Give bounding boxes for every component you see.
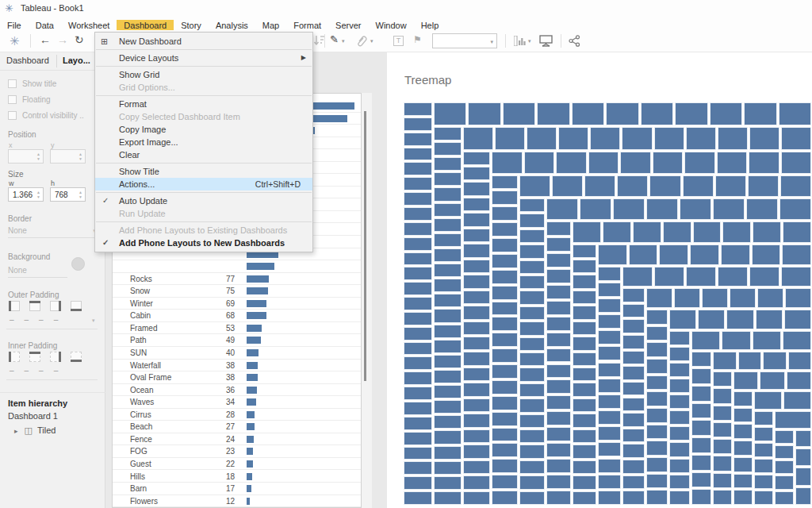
treemap-cell[interactable] <box>669 394 690 409</box>
treemap-cell[interactable] <box>492 206 518 221</box>
treemap-cell[interactable] <box>492 443 518 457</box>
bar[interactable] <box>247 263 274 270</box>
treemap-cell[interactable] <box>713 456 732 471</box>
treemap-cell[interactable] <box>519 460 545 474</box>
bar[interactable] <box>247 287 268 294</box>
bar[interactable] <box>247 398 256 406</box>
treemap-cell[interactable] <box>669 379 690 393</box>
checkbox-floating[interactable]: Floating <box>8 92 51 103</box>
treemap-cell[interactable] <box>463 306 490 319</box>
treemap-cell[interactable] <box>573 291 596 304</box>
treemap-cell[interactable] <box>492 412 518 426</box>
treemap-cell[interactable] <box>546 395 571 410</box>
scrollbar-thumb[interactable] <box>364 111 366 381</box>
treemap-cell[interactable] <box>463 383 490 396</box>
treemap-cell[interactable] <box>754 427 773 441</box>
show-me-caret-icon[interactable]: ▾ <box>528 38 531 44</box>
treemap-cell[interactable] <box>404 297 432 310</box>
treemap-cell[interactable] <box>641 102 673 125</box>
treemap-cell[interactable] <box>573 306 596 319</box>
treemap-cell[interactable] <box>573 429 596 443</box>
treemap-cell[interactable] <box>434 355 462 368</box>
treemap-cell[interactable] <box>669 442 690 456</box>
treemap-cell[interactable] <box>463 475 490 489</box>
treemap-cell[interactable] <box>492 380 518 394</box>
treemap-cell[interactable] <box>691 472 711 488</box>
treemap-cell[interactable] <box>463 291 490 304</box>
treemap-cell[interactable] <box>733 490 753 505</box>
treemap-cell[interactable] <box>691 368 711 384</box>
treemap-cell[interactable] <box>754 391 782 410</box>
treemap-cell[interactable] <box>646 391 668 406</box>
menu-item-show-grid[interactable]: Show Grid <box>95 68 312 81</box>
treemap-cell[interactable] <box>622 382 645 396</box>
size-w-stepper[interactable]: 1.366 ▲▼ <box>8 187 44 202</box>
treemap-cell[interactable] <box>404 222 432 236</box>
treemap-cell[interactable] <box>573 275 596 288</box>
treemap-cell[interactable] <box>675 102 707 125</box>
treemap-cell[interactable] <box>492 270 518 284</box>
treemap-cell[interactable] <box>598 426 621 441</box>
treemap-cell[interactable] <box>573 414 596 427</box>
treemap-cell[interactable] <box>733 457 753 472</box>
treemap-cell[interactable] <box>463 352 490 365</box>
treemap-cell[interactable] <box>463 398 490 412</box>
treemap-cell[interactable] <box>717 152 748 174</box>
treemap-cell[interactable] <box>404 207 432 221</box>
treemap-cell[interactable] <box>680 198 711 220</box>
treemap-cell[interactable] <box>693 221 722 243</box>
treemap-cell[interactable] <box>463 368 490 381</box>
treemap-cell[interactable] <box>606 102 638 125</box>
treemap-cell[interactable] <box>463 213 490 226</box>
treemap-cell[interactable] <box>653 152 684 174</box>
replay-icon[interactable]: ↻ <box>75 33 84 46</box>
tab-dashboard[interactable]: Dashboard <box>6 56 49 65</box>
treemap-cell[interactable] <box>748 175 779 198</box>
treemap-cell[interactable] <box>754 491 773 505</box>
treemap-cell[interactable] <box>404 371 432 385</box>
treemap-cell[interactable] <box>686 127 716 150</box>
treemap-cell[interactable] <box>781 267 811 287</box>
treemap-cell[interactable] <box>573 221 601 243</box>
treemap-cell[interactable] <box>404 461 432 475</box>
checkbox-show-title[interactable]: Show title <box>8 76 56 87</box>
treemap-cell[interactable] <box>463 260 490 273</box>
treemap-cell[interactable] <box>691 455 711 471</box>
treemap-cell[interactable] <box>669 347 690 361</box>
treemap-cell[interactable] <box>434 264 462 277</box>
treemap-cell[interactable] <box>404 476 432 490</box>
treemap-cell[interactable] <box>573 352 596 366</box>
inner-padding-left-icon[interactable] <box>9 352 20 362</box>
treemap-cell[interactable] <box>733 441 753 456</box>
treemap-cell[interactable] <box>646 441 668 456</box>
treemap-cell[interactable] <box>749 152 779 174</box>
treemap-cell[interactable] <box>669 491 690 505</box>
tableau-logo-icon[interactable]: ✳ <box>10 34 20 48</box>
treemap-cell[interactable] <box>622 288 645 302</box>
undo-icon[interactable]: ← <box>40 33 51 46</box>
treemap-cell[interactable] <box>434 370 462 383</box>
text-object-icon[interactable]: T <box>393 36 404 46</box>
treemap-cell[interactable] <box>503 102 535 125</box>
treemap-cell[interactable] <box>556 152 587 174</box>
menu-item-export-image[interactable]: Export Image... <box>95 136 312 148</box>
treemap-cell[interactable] <box>622 319 645 333</box>
treemap-cell[interactable] <box>718 127 748 150</box>
treemap-cell[interactable] <box>463 182 490 195</box>
treemap-cell[interactable] <box>434 294 462 307</box>
treemap-cell[interactable] <box>434 172 462 186</box>
highlight-dropdown-caret-icon[interactable]: ▾ <box>342 38 345 44</box>
treemap-cell[interactable] <box>775 460 794 474</box>
treemap-cell[interactable] <box>573 460 596 474</box>
treemap-cell[interactable] <box>463 321 490 335</box>
treemap-cell[interactable] <box>726 310 753 329</box>
treemap-cell[interactable] <box>781 127 811 150</box>
treemap-cell[interactable] <box>492 317 518 331</box>
treemap-cell[interactable] <box>434 127 462 140</box>
treemap-cell[interactable] <box>757 288 783 308</box>
treemap-cell[interactable] <box>463 127 493 150</box>
treemap-cell[interactable] <box>646 198 678 220</box>
treemap-cell[interactable] <box>598 244 627 265</box>
treemap-cell[interactable] <box>654 267 684 287</box>
treemap-cell[interactable] <box>404 402 432 415</box>
